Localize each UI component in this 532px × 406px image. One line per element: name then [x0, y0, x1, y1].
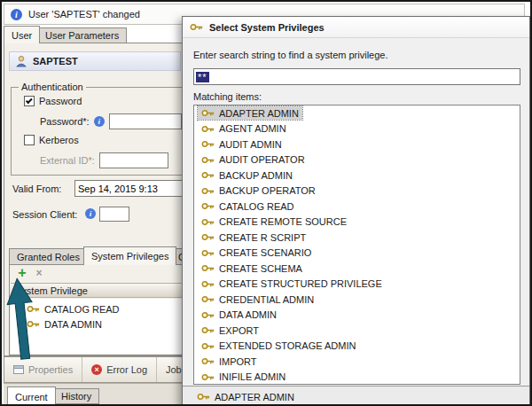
view-error-log-label: Error Log [106, 364, 147, 375]
dialog-list-item[interactable]: BACKUP OPERATOR [194, 183, 520, 199]
tab-system-privileges-label: System Privileges [91, 251, 168, 262]
dialog-list-item[interactable]: AGENT ADMIN [194, 121, 520, 137]
dialog-list-item[interactable]: BACKUP ADMIN [194, 168, 520, 183]
key-icon [201, 342, 215, 350]
privilege-table[interactable]: CATALOG READ DATA ADMIN [11, 299, 209, 354]
dialog-list-item-label: CREDENTIAL ADMIN [219, 294, 314, 305]
key-icon [201, 218, 215, 226]
tab-user[interactable]: User [4, 26, 40, 43]
application-window: User 'SAPTEST' changed User User Paramet… [0, 0, 532, 406]
key-icon [201, 109, 215, 117]
dialog-list-item[interactable]: IMPORT [194, 354, 520, 370]
dialog-list-item[interactable]: CREATE REMOTE SOURCE [194, 215, 520, 230]
key-icon [201, 187, 215, 195]
search-selected-text: ** [196, 72, 209, 82]
matching-items-label: Matching items: [193, 91, 262, 102]
dialog-title-bar[interactable]: Select System Privileges [183, 17, 529, 38]
user-name: SAPTEST [33, 56, 78, 66]
key-icon [201, 156, 215, 164]
view-error-log[interactable]: Error Log [82, 357, 157, 382]
key-icon [201, 233, 215, 241]
privilege-row-label: DATA ADMIN [44, 319, 102, 330]
key-icon [201, 264, 215, 272]
key-icon [201, 171, 215, 179]
privilege-table-row[interactable]: CATALOG READ [11, 301, 209, 316]
password-info-icon[interactable] [94, 116, 105, 127]
key-icon [201, 326, 215, 334]
dialog-list-item-label: CREATE REMOTE SOURCE [219, 216, 347, 227]
external-id-input[interactable] [99, 152, 168, 168]
dialog-list-item-label: IMPORT [219, 356, 257, 367]
key-icon [201, 140, 215, 148]
tab-current[interactable]: Current [7, 386, 56, 406]
key-icon [201, 125, 215, 133]
view-jobs-label: Job [166, 364, 182, 375]
dialog-list-item-label: CREATE SCENARIO [219, 247, 311, 258]
key-icon [201, 373, 215, 381]
user-icon [15, 55, 27, 67]
dialog-list-item-label: AGENT ADMIN [219, 123, 286, 134]
dialog-list-item[interactable]: CREATE SCHEMA [194, 261, 520, 277]
dialog-list-item-label: CATALOG READ [219, 201, 294, 212]
dialog-list-item-label: CREATE R SCRIPT [219, 232, 306, 243]
annotation-arrow-icon [5, 277, 37, 362]
info-icon [11, 9, 22, 20]
dialog-list-item[interactable]: AUDIT ADMIN [194, 137, 520, 152]
system-privileges-panel: System Privilege CATALOG READ [9, 264, 211, 355]
dialog-list-item-label: BACKUP ADMIN [219, 170, 293, 181]
kerberos-checkbox[interactable] [24, 135, 35, 145]
tab-system-privileges[interactable]: System Privileges [83, 246, 176, 265]
dialog-list-item[interactable]: EXPORT [194, 323, 520, 339]
dialog-list-item-label: EXPORT [219, 325, 259, 336]
dialog-title: Select System Privileges [209, 22, 325, 33]
session-client-label: Session Client: [12, 209, 77, 220]
key-icon [190, 23, 203, 31]
key-icon [201, 311, 215, 319]
password-input[interactable] [109, 113, 182, 129]
authentication-group: Authentication Password Password*: Kerbe… [11, 82, 183, 176]
dialog-list-item[interactable]: AUDIT OPERATOR [194, 152, 520, 168]
view-properties-label: Properties [28, 364, 73, 375]
dialog-list-item[interactable]: CREATE SCENARIO [194, 246, 520, 262]
privilege-search-input[interactable]: ** [193, 68, 520, 85]
dialog-instruction: Enter search string to find a system pri… [193, 50, 387, 60]
dialog-list-item-label: EXTENDED STORAGE ADMIN [219, 340, 356, 351]
password-field-label: Password*: [40, 116, 90, 127]
key-icon [201, 295, 215, 303]
change-info-text: User 'SAPTEST' changed [28, 9, 140, 20]
session-client-info-icon[interactable] [85, 208, 96, 219]
tab-user-parameters[interactable]: User Parameters [37, 27, 127, 43]
dialog-list-item[interactable]: ADAPTER ADMIN [194, 105, 520, 121]
key-icon [197, 393, 210, 401]
dialog-list-item-label: AUDIT ADMIN [219, 139, 282, 150]
key-icon [201, 357, 215, 365]
privilege-column-header[interactable]: System Privilege [11, 283, 209, 298]
tab-history[interactable]: History [53, 388, 99, 404]
dialog-list-item[interactable]: DATA ADMIN [194, 308, 520, 324]
dialog-list-item[interactable]: CREATE R SCRIPT [194, 230, 520, 246]
kerberos-checkbox-label: Kerberos [39, 135, 79, 145]
dialog-list-item[interactable]: CREDENTIAL ADMIN [194, 292, 520, 308]
annotation-arrow-shape [5, 277, 37, 360]
dialog-list-item-label: AUDIT OPERATOR [219, 154, 305, 165]
dialog-list-item[interactable]: EXTENDED STORAGE ADMIN [194, 339, 520, 355]
authentication-group-label: Authentication [19, 82, 86, 92]
dialog-list-item-label: CREATE SCHEMA [219, 263, 302, 274]
tab-granted-roles[interactable]: Granted Roles [9, 248, 88, 265]
error-log-icon [91, 364, 102, 375]
privilege-row-label: CATALOG READ [44, 304, 120, 315]
dialog-item-list[interactable]: ADAPTER ADMIN AGENT ADMIN [193, 105, 520, 385]
password-checkbox-label: Password [39, 96, 82, 106]
dialog-list-item[interactable]: CATALOG READ [194, 199, 520, 215]
dialog-list-item[interactable]: CREATE STRUCTURED PRIVILEGE [194, 277, 520, 293]
properties-icon [13, 364, 24, 375]
key-icon [201, 202, 215, 210]
session-client-input[interactable] [99, 207, 129, 222]
dialog-list-item-label: BACKUP OPERATOR [219, 185, 316, 196]
dialog-list-item[interactable]: INIFILE ADMIN [194, 370, 520, 386]
selected-item-preview-label: ADAPTER ADMIN [215, 392, 294, 402]
privilege-table-row[interactable]: DATA ADMIN [11, 316, 209, 332]
password-checkbox[interactable] [24, 96, 35, 106]
key-icon [201, 280, 215, 288]
dialog-list-item-label: DATA ADMIN [219, 309, 277, 320]
